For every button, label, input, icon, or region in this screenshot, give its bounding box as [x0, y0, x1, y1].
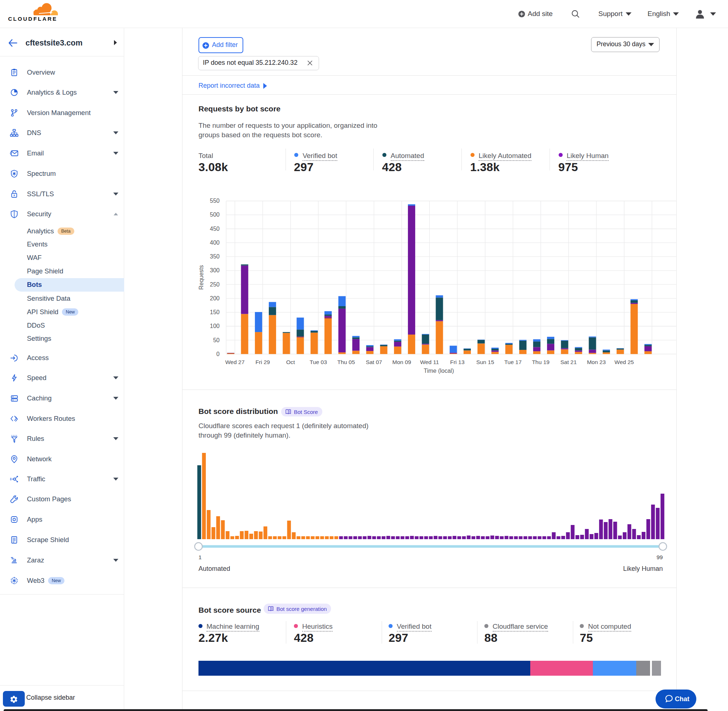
svg-text:Thu 05: Thu 05 — [337, 359, 355, 365]
svg-text:100: 100 — [210, 323, 220, 329]
svg-text:Sun 15: Sun 15 — [476, 359, 494, 365]
svg-text:Fri 13: Fri 13 — [450, 359, 465, 365]
svg-text:Wed 27: Wed 27 — [225, 359, 244, 365]
svg-text:Mon 09: Mon 09 — [392, 359, 411, 365]
svg-text:400: 400 — [210, 239, 220, 246]
svg-text:50: 50 — [213, 337, 220, 343]
svg-text:99: 99 — [657, 554, 663, 560]
svg-text:1: 1 — [198, 554, 202, 560]
svg-text:450: 450 — [210, 226, 220, 232]
svg-text:150: 150 — [210, 309, 220, 315]
svg-text:Fri 29: Fri 29 — [255, 359, 270, 365]
svg-text:Wed 11: Wed 11 — [420, 359, 439, 365]
svg-text:250: 250 — [210, 282, 220, 288]
svg-text:Thu 19: Thu 19 — [532, 359, 549, 365]
svg-text:Mon 23: Mon 23 — [587, 359, 606, 365]
svg-text:300: 300 — [210, 267, 220, 273]
svg-text:550: 550 — [210, 198, 220, 204]
svg-text:Oct: Oct — [286, 359, 295, 365]
svg-text:Sat 21: Sat 21 — [561, 359, 577, 365]
svg-text:Automated: Automated — [198, 565, 230, 572]
svg-text:Tue 17: Tue 17 — [504, 359, 522, 365]
svg-text:Wed 25: Wed 25 — [614, 359, 633, 365]
svg-text:Time (local): Time (local) — [424, 368, 454, 374]
svg-text:200: 200 — [210, 295, 220, 301]
svg-text:500: 500 — [210, 211, 220, 218]
svg-text:Sat 07: Sat 07 — [366, 359, 382, 365]
svg-text:0: 0 — [216, 351, 220, 357]
svg-text:350: 350 — [210, 254, 220, 260]
svg-text:Requests: Requests — [198, 265, 204, 290]
svg-text:Likely Human: Likely Human — [623, 565, 663, 572]
svg-text:Tue 03: Tue 03 — [310, 359, 327, 365]
